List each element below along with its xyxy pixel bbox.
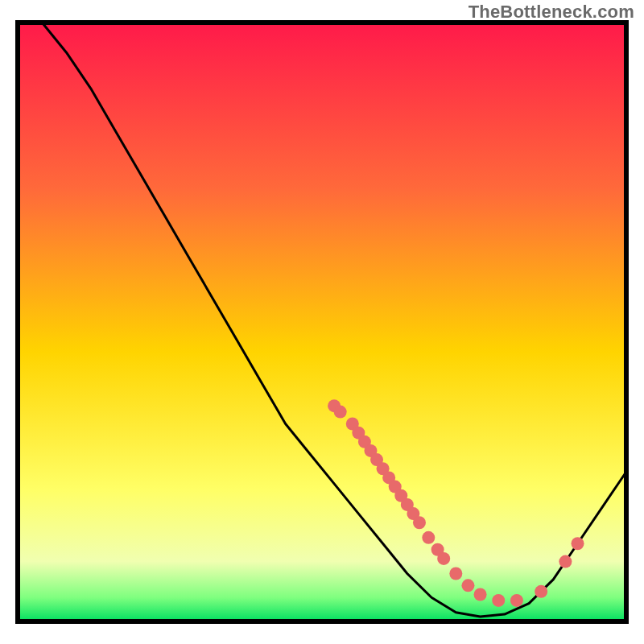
data-marker xyxy=(559,555,572,568)
bottleneck-chart xyxy=(0,0,644,644)
data-marker xyxy=(572,537,584,550)
data-marker xyxy=(474,588,487,601)
data-marker xyxy=(510,594,523,607)
data-marker xyxy=(449,567,462,580)
chart-container: TheBottleneck.com xyxy=(0,0,644,644)
data-marker xyxy=(461,579,474,592)
data-marker xyxy=(492,594,505,607)
gradient-background xyxy=(18,23,626,621)
data-marker xyxy=(535,585,547,598)
data-marker xyxy=(413,516,426,529)
data-marker xyxy=(422,531,435,544)
data-marker xyxy=(437,552,450,565)
attribution-label: TheBottleneck.com xyxy=(469,2,634,23)
data-marker xyxy=(334,406,347,419)
